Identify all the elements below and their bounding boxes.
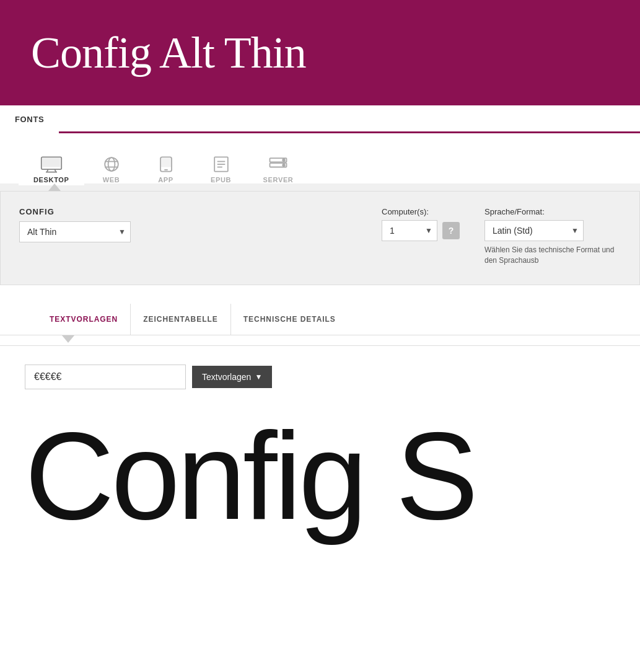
- tab-fonts[interactable]: FONTS: [0, 105, 59, 133]
- content-area: Textvorlagen ▼ Config S: [0, 346, 640, 557]
- platform-tab-desktop-label: DESKTOP: [33, 176, 69, 183]
- server-icon: [266, 155, 291, 174]
- svg-point-5: [105, 157, 118, 171]
- sample-row: Textvorlagen ▼: [25, 365, 615, 389]
- sample-text-input[interactable]: [25, 365, 186, 389]
- textvorlagen-button[interactable]: Textvorlagen ▼: [192, 366, 272, 388]
- nav-textvorlagen[interactable]: TEXTVORLAGEN: [37, 304, 131, 335]
- desktop-icon: [39, 155, 64, 174]
- page-header: Config Alt Thin: [0, 0, 640, 105]
- textvorlagen-button-label: Textvorlagen: [202, 372, 251, 382]
- sprache-hint: Wählen Sie das technische Format und den…: [484, 245, 621, 266]
- sprache-field-group: Sprache/Format: Latin (Std) Latin (Pro) …: [484, 207, 621, 266]
- platform-nav: DESKTOP WEB APP: [0, 133, 640, 183]
- platform-tab-web-label: WEB: [103, 176, 120, 183]
- font-preview: Config S: [25, 414, 615, 538]
- config-label: CONFIG: [19, 207, 131, 216]
- platform-tab-epub[interactable]: EPUB: [194, 148, 248, 183]
- platform-tab-app-label: APP: [158, 176, 173, 183]
- textvorlagen-button-arrow: ▼: [255, 373, 262, 381]
- computers-field-group: Computer(s): 1 2 3 4 5 ▼ ?: [382, 207, 460, 266]
- svg-point-19: [283, 164, 285, 167]
- font-select-wrap: Alt Thin Alt Light Alt Regular Alt Mediu…: [19, 221, 131, 242]
- app-icon: [154, 155, 178, 174]
- nav-technische-details[interactable]: TECHNISCHE DETAILS: [231, 304, 348, 335]
- platform-tab-app[interactable]: APP: [139, 148, 193, 183]
- computers-field-row: 1 2 3 4 5 ▼ ?: [382, 220, 460, 241]
- sprache-label: Sprache/Format:: [484, 207, 621, 216]
- web-icon: [99, 155, 124, 174]
- sprache-field-row: Latin (Std) Latin (Pro) Cyrillic Greek ▼: [484, 220, 621, 241]
- secondary-nav: TEXTVORLAGEN ZEICHENTABELLE TECHNISCHE D…: [0, 304, 640, 335]
- sprache-select[interactable]: Latin (Std) Latin (Pro) Cyrillic Greek: [484, 220, 584, 241]
- platform-tab-server-label: SERVER: [263, 176, 294, 183]
- config-panel: CONFIG Alt Thin Alt Light Alt Regular Al…: [0, 191, 640, 285]
- svg-point-6: [108, 157, 115, 171]
- platform-tab-desktop[interactable]: DESKTOP: [19, 146, 84, 185]
- font-select[interactable]: Alt Thin Alt Light Alt Regular Alt Mediu…: [19, 221, 131, 242]
- epub-icon: [209, 155, 234, 174]
- top-tab-bar: FONTS: [0, 105, 640, 133]
- config-field-group: CONFIG Alt Thin Alt Light Alt Regular Al…: [19, 207, 131, 242]
- help-button[interactable]: ?: [442, 222, 460, 239]
- config-row: CONFIG Alt Thin Alt Light Alt Regular Al…: [19, 207, 621, 266]
- nav-zeichentabelle[interactable]: ZEICHENTABELLE: [131, 304, 231, 335]
- triangle-indicator-up: [48, 183, 61, 191]
- platform-tab-epub-label: EPUB: [211, 176, 231, 183]
- svg-rect-11: [161, 159, 170, 167]
- page-title: Config Alt Thin: [31, 27, 306, 79]
- computers-select[interactable]: 1 2 3 4 5: [382, 220, 437, 241]
- sprache-select-wrap: Latin (Std) Latin (Pro) Cyrillic Greek ▼: [484, 220, 584, 241]
- computers-select-wrap: 1 2 3 4 5 ▼: [382, 220, 437, 241]
- triangle-indicator-down: [62, 335, 74, 343]
- computers-label: Computer(s):: [382, 207, 460, 216]
- config-right-panel: Computer(s): 1 2 3 4 5 ▼ ?: [382, 207, 621, 266]
- tab-fonts-label: FONTS: [15, 115, 44, 124]
- svg-rect-4: [42, 158, 60, 167]
- platform-tab-server[interactable]: SERVER: [248, 148, 309, 183]
- platform-tab-web[interactable]: WEB: [84, 148, 139, 183]
- svg-point-18: [283, 159, 285, 161]
